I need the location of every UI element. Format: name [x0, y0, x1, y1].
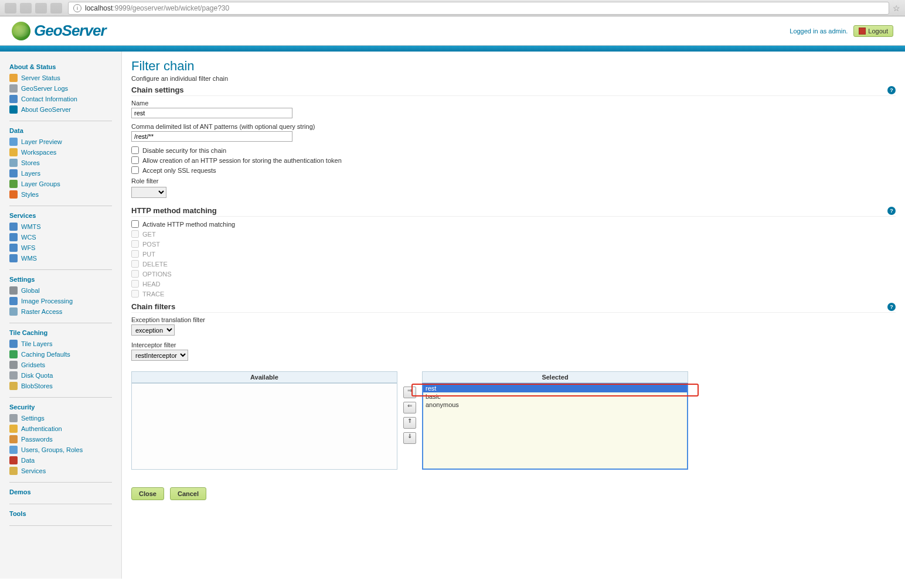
nav-item-tile-layers[interactable]: Tile Layers	[9, 339, 112, 349]
available-list[interactable]	[131, 383, 397, 470]
nav-icon	[9, 382, 18, 390]
accept-ssl-checkbox[interactable]	[131, 166, 139, 174]
cancel-button[interactable]: Cancel	[170, 487, 206, 500]
selected-list[interactable]: restbasicanonymous	[422, 383, 688, 470]
nav-item-blobstores[interactable]: BlobStores	[9, 381, 112, 391]
help-icon[interactable]: ?	[887, 86, 896, 94]
nav-item-server-status[interactable]: Server Status	[9, 73, 112, 83]
method-label: OPTIONS	[142, 271, 172, 278]
move-left-button[interactable]: ⇐	[403, 402, 416, 413]
nav-label: Server Status	[21, 74, 60, 81]
allow-session-checkbox[interactable]	[131, 156, 139, 164]
nav-label: Services	[21, 467, 46, 474]
nav-label: BlobStores	[21, 382, 53, 389]
nav-item-disk-quota[interactable]: Disk Quota	[9, 370, 112, 381]
nav-item-wcs[interactable]: WCS	[9, 232, 112, 242]
selected-item-rest[interactable]: rest	[423, 384, 687, 392]
selected-item-basic[interactable]: basic	[423, 392, 687, 401]
reload-button[interactable]	[35, 3, 47, 13]
bookmark-star-icon[interactable]: ☆	[893, 4, 900, 13]
nav-item-gridsets[interactable]: Gridsets	[9, 360, 112, 370]
nav-item-stores[interactable]: Stores	[9, 158, 112, 168]
nav-item-contact-information[interactable]: Contact Information	[9, 94, 112, 104]
home-button[interactable]	[50, 3, 62, 13]
nav-label: Settings	[21, 415, 45, 422]
name-input[interactable]	[131, 108, 292, 118]
nav-header-tools[interactable]: Tools	[9, 504, 112, 519]
nav-item-settings[interactable]: Settings	[9, 413, 112, 423]
nav-item-image-processing[interactable]: Image Processing	[9, 296, 112, 306]
logout-label: Logout	[868, 28, 888, 35]
selected-item-anonymous[interactable]: anonymous	[423, 401, 687, 409]
nav-item-wms[interactable]: WMS	[9, 253, 112, 264]
nav-item-passwords[interactable]: Passwords	[9, 434, 112, 445]
role-filter-select[interactable]	[131, 187, 166, 198]
nav-header-tile: Tile Caching	[9, 323, 112, 339]
logout-icon	[859, 28, 866, 35]
interceptor-select[interactable]: restInterceptor	[131, 350, 188, 361]
patterns-input[interactable]	[131, 131, 292, 142]
exception-select[interactable]: exception	[131, 324, 175, 336]
method-checkbox-head	[131, 280, 139, 288]
nav-item-layer-groups[interactable]: Layer Groups	[9, 179, 112, 189]
move-right-button[interactable]: ⇒	[403, 387, 416, 398]
nav-icon	[9, 254, 18, 262]
exception-label: Exception translation filter	[131, 316, 896, 323]
nav-item-services[interactable]: Services	[9, 466, 112, 476]
nav-item-styles[interactable]: Styles	[9, 189, 112, 200]
nav-header-demos[interactable]: Demos	[9, 483, 112, 498]
nav-item-users-groups-roles[interactable]: Users, Groups, Roles	[9, 445, 112, 455]
nav-item-caching-defaults[interactable]: Caching Defaults	[9, 349, 112, 360]
method-checkbox-delete	[131, 260, 139, 268]
nav-header-services: Services	[9, 206, 112, 221]
nav-item-wfs[interactable]: WFS	[9, 242, 112, 253]
nav-icon	[9, 74, 18, 82]
nav-label: WMTS	[21, 223, 41, 230]
nav-label: Users, Groups, Roles	[21, 446, 83, 453]
nav-label: Raster Access	[21, 308, 62, 315]
help-icon[interactable]: ?	[887, 207, 896, 215]
disable-security-checkbox[interactable]	[131, 146, 139, 154]
nav-label: Passwords	[21, 436, 53, 443]
close-button[interactable]: Close	[131, 487, 164, 500]
logo-text: GeoServer	[34, 22, 106, 40]
nav-label: Layer Groups	[21, 180, 60, 187]
nav-item-layers[interactable]: Layers	[9, 168, 112, 179]
move-down-button[interactable]: ⇓	[403, 432, 416, 444]
nav-item-workspaces[interactable]: Workspaces	[9, 147, 112, 158]
method-checkbox-post	[131, 240, 139, 248]
nav-item-wmts[interactable]: WMTS	[9, 221, 112, 232]
allow-session-row: Allow creation of an HTTP session for st…	[131, 156, 896, 164]
nav-item-data[interactable]: Data	[9, 455, 112, 466]
back-button[interactable]	[5, 3, 16, 13]
url-bar[interactable]: i localhost:9999/geoserver/web/wicket/pa…	[68, 2, 889, 15]
accent-bar	[0, 46, 905, 52]
help-icon[interactable]: ?	[887, 303, 896, 311]
nav-label: About GeoServer	[21, 106, 71, 113]
nav-section-data: DataLayer PreviewWorkspacesStoresLayersL…	[0, 121, 121, 203]
nav-item-about-geoserver[interactable]: About GeoServer	[9, 104, 112, 115]
nav-item-raster-access[interactable]: Raster Access	[9, 306, 112, 317]
logout-button[interactable]: Logout	[853, 25, 893, 37]
activate-http-checkbox[interactable]	[131, 220, 139, 228]
move-up-button[interactable]: ⇑	[403, 417, 416, 429]
method-row-post: POST	[131, 240, 896, 248]
nav-item-layer-preview[interactable]: Layer Preview	[9, 136, 112, 147]
nav-buttons	[5, 3, 62, 13]
forward-button[interactable]	[20, 3, 32, 13]
nav-section-demos: Demos	[0, 483, 121, 501]
nav-section-settings: SettingsGlobalImage ProcessingRaster Acc…	[0, 270, 121, 320]
nav-icon	[9, 371, 18, 380]
interceptor-label: Interceptor filter	[131, 341, 896, 348]
nav-icon	[9, 84, 18, 93]
disable-security-label: Disable security for this chain	[142, 147, 226, 154]
disable-security-row: Disable security for this chain	[131, 146, 896, 154]
nav-item-global[interactable]: Global	[9, 285, 112, 296]
nav-item-authentication[interactable]: Authentication	[9, 423, 112, 434]
info-icon: i	[73, 4, 81, 12]
logo[interactable]: GeoServer	[12, 22, 106, 40]
nav-item-geoserver-logs[interactable]: GeoServer Logs	[9, 83, 112, 94]
activate-http-label: Activate HTTP method matching	[142, 221, 235, 228]
method-row-options: OPTIONS	[131, 270, 896, 278]
nav-icon	[9, 95, 18, 103]
